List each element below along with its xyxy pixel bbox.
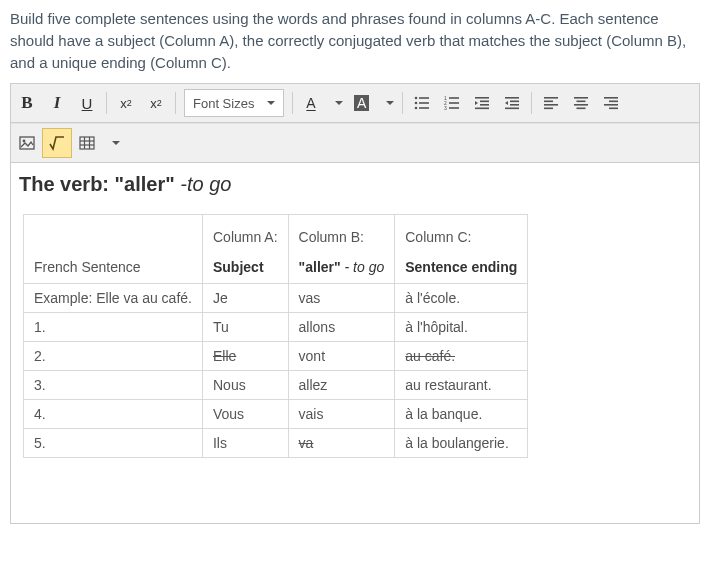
font-size-select[interactable]: Font Sizes: [184, 89, 284, 117]
svg-rect-17: [505, 97, 519, 99]
header-c-sub: Sentence ending: [405, 259, 517, 275]
bullet-list-button[interactable]: [407, 88, 437, 118]
header-column-b: Column B: "aller" - to go: [288, 215, 395, 284]
cell-label: 3.: [24, 371, 203, 400]
cell-subject: Ils: [202, 429, 288, 458]
heading-italic: -to go: [180, 173, 231, 195]
bullet-list-icon: [414, 95, 430, 111]
svg-rect-24: [544, 104, 558, 106]
header-french-sentence: French Sentence: [24, 215, 203, 284]
chevron-down-icon: [267, 101, 275, 105]
cell-label: Example: Elle va au café.: [24, 284, 203, 313]
header-b-title: Column B:: [299, 229, 385, 245]
cell-subject: Tu: [202, 313, 288, 342]
svg-rect-21: [505, 108, 519, 110]
table-icon: [79, 135, 95, 151]
svg-rect-15: [480, 104, 489, 106]
svg-rect-1: [419, 97, 429, 99]
header-a-sub: Subject: [213, 259, 278, 275]
cell-label: 2.: [24, 342, 203, 371]
cell-subject: Nous: [202, 371, 288, 400]
header-column-c: Column C: Sentence ending: [395, 215, 528, 284]
insert-table-dropdown[interactable]: [102, 128, 124, 158]
svg-rect-20: [510, 104, 519, 106]
outdent-button[interactable]: [467, 88, 497, 118]
svg-rect-3: [419, 102, 429, 104]
bg-color-dropdown[interactable]: [376, 88, 398, 118]
separator: [531, 92, 532, 114]
insert-equation-button[interactable]: [42, 128, 72, 158]
cell-label: 1.: [24, 313, 203, 342]
bg-color-button[interactable]: A: [347, 88, 376, 118]
align-right-button[interactable]: [596, 88, 626, 118]
bold-button[interactable]: B: [12, 88, 42, 118]
separator: [175, 92, 176, 114]
separator: [402, 92, 403, 114]
square-root-icon: [49, 135, 65, 151]
svg-point-0: [415, 97, 418, 100]
cell-verb: vont: [288, 342, 395, 371]
svg-rect-7: [449, 97, 459, 99]
indent-button[interactable]: [497, 88, 527, 118]
align-left-icon: [543, 95, 559, 111]
align-center-icon: [573, 95, 589, 111]
table-header-row: French Sentence Column A: Subject Column…: [24, 215, 528, 284]
cell-ending: au restaurant.: [395, 371, 528, 400]
header-b-sub: "aller" - to go: [299, 259, 385, 275]
align-center-button[interactable]: [566, 88, 596, 118]
separator: [106, 92, 107, 114]
numbered-list-icon: 123: [444, 95, 460, 111]
svg-rect-31: [609, 101, 618, 103]
svg-rect-26: [574, 97, 588, 99]
table-row: 4.Vousvaisà la banque.: [24, 400, 528, 429]
table-row: 2.Ellevontau café.: [24, 342, 528, 371]
svg-rect-9: [449, 102, 459, 104]
cell-ending: à la banque.: [395, 400, 528, 429]
toolbar-row-2: [11, 123, 699, 163]
table-row: 3.Nousallezau restaurant.: [24, 371, 528, 400]
svg-rect-16: [475, 108, 489, 110]
cell-ending: au café.: [395, 342, 528, 371]
text-color-button[interactable]: A: [297, 88, 325, 118]
cell-ending: à la boulangerie.: [395, 429, 528, 458]
chevron-down-icon: [112, 141, 120, 145]
svg-rect-18: [510, 101, 519, 103]
align-left-button[interactable]: [536, 88, 566, 118]
table-row: 5.Ilsvaà la boulangerie.: [24, 429, 528, 458]
instructions-text: Build five complete sentences using the …: [10, 8, 700, 73]
editor-content[interactable]: The verb: "aller" -to go French Sentence…: [11, 163, 699, 523]
heading-bold: The verb: "aller": [19, 173, 180, 195]
align-right-icon: [603, 95, 619, 111]
svg-rect-12: [475, 97, 489, 99]
svg-point-35: [23, 140, 26, 143]
insert-image-button[interactable]: [12, 128, 42, 158]
svg-rect-22: [544, 97, 558, 99]
insert-table-button[interactable]: [72, 128, 102, 158]
toolbar-row-1: B I U x2 x2 Font Sizes A A 123: [11, 84, 699, 123]
svg-rect-11: [449, 107, 459, 109]
italic-button[interactable]: I: [42, 88, 72, 118]
svg-rect-25: [544, 108, 553, 110]
cell-label: 4.: [24, 400, 203, 429]
rich-text-editor: B I U x2 x2 Font Sizes A A 123: [10, 83, 700, 524]
separator: [292, 92, 293, 114]
cell-verb: allons: [288, 313, 395, 342]
svg-rect-30: [604, 97, 618, 99]
text-color-dropdown[interactable]: [325, 88, 347, 118]
cell-ending: à l'école.: [395, 284, 528, 313]
table-row: 1.Tuallonsà l'hôpital.: [24, 313, 528, 342]
svg-rect-36: [80, 137, 94, 149]
underline-button[interactable]: U: [72, 88, 102, 118]
cell-ending: à l'hôpital.: [395, 313, 528, 342]
superscript-button[interactable]: x2: [111, 88, 141, 118]
svg-rect-29: [577, 108, 586, 110]
exercise-table: French Sentence Column A: Subject Column…: [23, 214, 528, 458]
svg-rect-23: [544, 101, 553, 103]
outdent-icon: [474, 95, 490, 111]
cell-verb: va: [288, 429, 395, 458]
subscript-button[interactable]: x2: [141, 88, 171, 118]
cell-subject: Je: [202, 284, 288, 313]
svg-rect-32: [604, 104, 618, 106]
numbered-list-button[interactable]: 123: [437, 88, 467, 118]
chevron-down-icon: [386, 101, 394, 105]
